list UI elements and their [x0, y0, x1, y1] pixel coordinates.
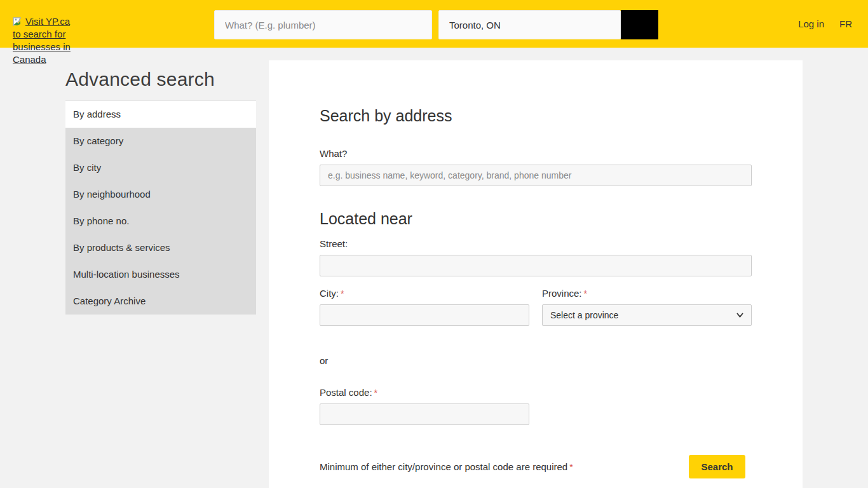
language-toggle-fr[interactable]: FR [839, 18, 852, 29]
header-search-button[interactable] [621, 10, 658, 39]
sidebar-item-label: By category [73, 135, 123, 146]
header-what-input[interactable] [214, 10, 432, 39]
required-asterisk: * [341, 288, 344, 299]
province-label: Province:* [542, 288, 752, 299]
main-panel: Search by address What? Located near Str… [269, 60, 803, 488]
street-label: Street: [320, 238, 752, 250]
sidebar-item-multi-location-businesses[interactable]: Multi-location businesses [65, 261, 256, 288]
required-asterisk: * [374, 388, 377, 398]
sidebar-item-by-neighbourhood[interactable]: By neighbourhood [65, 181, 256, 208]
page-title: Advanced search [65, 69, 256, 90]
or-separator-text: or [320, 355, 752, 366]
sidebar-item-label: By city [73, 162, 101, 173]
sidebar-item-label: Multi-location businesses [73, 269, 180, 280]
section-title-located-near: Located near [320, 209, 752, 229]
top-header: Visit YP.ca to search for businesses in … [0, 0, 868, 48]
broken-image-icon [13, 17, 25, 25]
header-right-links: Log in FR [798, 0, 852, 48]
required-asterisk: * [584, 288, 587, 299]
header-where-input[interactable] [438, 10, 621, 39]
sidebar-item-label: Category Archive [73, 295, 146, 306]
chevron-down-icon [736, 313, 743, 318]
advanced-search-sidebar: Advanced search By address By category B… [65, 69, 256, 315]
search-button[interactable]: Search [689, 455, 745, 478]
postal-code-label: Postal code:* [320, 387, 529, 398]
city-input[interactable] [320, 304, 529, 326]
sidebar-item-label: By address [73, 109, 121, 119]
what-input[interactable] [320, 165, 752, 186]
required-asterisk: * [569, 462, 573, 472]
sidebar-item-category-archive[interactable]: Category Archive [65, 288, 256, 315]
sidebar-item-by-city[interactable]: By city [65, 154, 256, 181]
street-input[interactable] [320, 255, 752, 276]
sidebar-item-label: By phone no. [73, 215, 129, 226]
what-label: What? [320, 148, 752, 159]
sidebar-nav-list: By address By category By city By neighb… [65, 100, 256, 315]
yp-logo-link[interactable]: Visit YP.ca to search for businesses in … [13, 15, 74, 66]
sidebar-item-by-address[interactable]: By address [65, 101, 256, 128]
section-title-search-by-address: Search by address [320, 106, 752, 126]
province-select-value: Select a province [550, 310, 618, 320]
postal-code-input[interactable] [320, 403, 529, 425]
province-select[interactable]: Select a province [542, 304, 752, 326]
city-label: City:* [320, 288, 529, 299]
login-link[interactable]: Log in [798, 18, 824, 29]
required-note: Minimum of either city/province or posta… [320, 461, 573, 472]
sidebar-item-by-phone-no[interactable]: By phone no. [65, 208, 256, 234]
sidebar-item-by-category[interactable]: By category [65, 128, 256, 154]
sidebar-item-label: By neighbourhood [73, 189, 151, 200]
sidebar-item-by-products-services[interactable]: By products & services [65, 234, 256, 261]
sidebar-item-label: By products & services [73, 242, 170, 253]
